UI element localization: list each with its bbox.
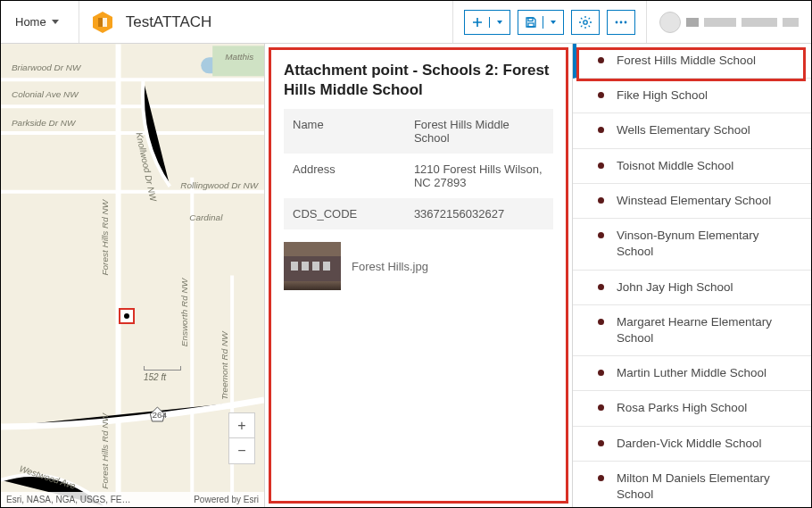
list-item-label: Martin Luther Middle School [617,365,766,381]
point-icon [598,197,604,204]
page-title: TestATTACH [126,13,212,31]
list-item-label: John Jay High School [617,279,733,296]
point-icon [598,284,604,290]
point-icon [598,475,604,481]
svg-text:Rollingwood Dr NW: Rollingwood Dr NW [180,180,259,190]
detail-title: Attachment point - Schools 2: Forest Hil… [284,61,553,100]
settings-button[interactable] [571,10,600,35]
list-item-label: Fike High School [617,87,708,104]
svg-point-5 [584,20,587,23]
table-row: CDS_CODE33672156032627 [284,198,553,229]
list-item[interactable]: Forest Hills Middle School [573,44,811,79]
save-button[interactable] [518,10,564,35]
list-item-label: Winstead Elementary School [617,193,771,209]
attachment-thumbnail [284,242,341,290]
save-icon [525,16,537,29]
svg-text:Treemont Rd NW: Treemont Rd NW [220,330,229,400]
detail-table: NameForest Hills Middle School Address12… [284,109,553,229]
list-item[interactable]: John Jay High School [573,271,811,305]
caret-down-icon [551,21,556,24]
svg-text:Briarwood Dr NW: Briarwood Dr NW [12,62,82,72]
list-item-label: Vinson-Bynum Elementary School [617,228,799,260]
point-icon [598,370,604,376]
point-icon [598,127,604,133]
list-item[interactable]: Milton M Daniels Elementary School [573,462,811,507]
map-pane[interactable]: Briarwood Dr NW Colonial Ave NW Parkside… [1,44,265,507]
caret-down-icon [52,20,59,24]
add-button[interactable] [464,10,510,35]
svg-point-7 [620,21,623,23]
credits-right: Powered by Esri [194,495,259,504]
list-item[interactable]: Toisnot Middle School [573,149,811,184]
svg-text:Forest Hills Rd NW: Forest Hills Rd NW [100,412,110,488]
svg-text:Matthis: Matthis [225,52,253,62]
toolbar [452,1,647,43]
svg-text:264: 264 [152,410,167,420]
list-item[interactable]: Rosa Parks High School [573,391,811,426]
attachment-name: Forest Hills.jpg [352,260,428,273]
app-logo-icon [90,10,115,35]
list-item[interactable]: Fike High School [573,79,811,113]
zoom-out-button[interactable]: − [229,438,254,463]
detail-pane: Attachment point - Schools 2: Forest Hil… [269,47,568,504]
point-icon [598,440,604,446]
zoom-in-button[interactable]: + [229,413,254,438]
svg-point-8 [625,21,627,23]
list-item-label: Darden-Vick Middle School [617,436,762,452]
list-item-label: Margaret Hearne Elementary School [617,314,799,346]
map-credits: Esri, NASA, NGA, USGS, FE… Powered by Es… [1,492,264,507]
list-item[interactable]: Vinson-Bynum Elementary School [573,219,811,270]
svg-text:Cardinal: Cardinal [189,212,223,222]
content: Briarwood Dr NW Colonial Ave NW Parkside… [1,44,811,507]
home-dropdown[interactable]: Home [1,1,79,43]
map-scale: 152 ft [144,366,181,382]
table-row: NameForest Hills Middle School [284,109,553,154]
attachment-row[interactable]: Forest Hills.jpg [284,242,553,290]
list-item-label: Toisnot Middle School [617,158,733,174]
avatar [659,12,681,33]
svg-rect-9 [1,44,264,506]
more-button[interactable] [607,10,635,35]
home-label: Home [15,15,46,29]
list-item-label: Forest Hills Middle School [617,53,756,69]
svg-rect-2 [98,18,103,27]
user-area[interactable] [647,1,811,43]
list-item[interactable]: Margaret Hearne Elementary School [573,305,811,356]
list-item[interactable]: Winstead Elementary School [573,184,811,219]
list-pane: Forest Hills Middle SchoolFike High Scho… [572,44,811,507]
svg-text:Parkside Dr NW: Parkside Dr NW [12,118,77,128]
caret-down-icon [497,21,502,24]
svg-text:Forest Hills Rd NW: Forest Hills Rd NW [100,198,110,275]
svg-point-6 [616,21,618,23]
list-item-label: Milton M Daniels Elementary School [617,471,799,503]
app-header: Home TestATTACH [1,1,811,44]
point-icon [598,232,604,238]
point-icon [598,319,604,325]
map-canvas[interactable]: Briarwood Dr NW Colonial Ave NW Parkside… [1,44,264,507]
point-icon [598,57,604,63]
zoom-control: + − [228,412,255,464]
credits-left: Esri, NASA, NGA, USGS, FE… [6,495,130,504]
list-item[interactable]: Darden-Vick Middle School [573,427,811,462]
list-item[interactable]: Wells Elementary School [573,113,811,148]
user-name-redacted [686,18,699,27]
map-marker[interactable] [119,308,135,324]
list-item-label: Wells Elementary School [617,122,750,138]
ellipsis-icon [614,20,628,25]
point-icon [598,162,604,169]
svg-text:Colonial Ave NW: Colonial Ave NW [12,89,79,99]
point-icon [598,404,604,411]
svg-text:Ensworth Rd NW: Ensworth Rd NW [179,277,189,346]
svg-rect-3 [528,18,533,21]
gear-icon [578,15,592,29]
point-icon [598,92,604,98]
table-row: Address1210 Forest Hills Wilson, NC 2789… [284,154,553,198]
list-item[interactable]: Martin Luther Middle School [573,356,811,391]
list-item-label: Rosa Parks High School [617,400,747,416]
